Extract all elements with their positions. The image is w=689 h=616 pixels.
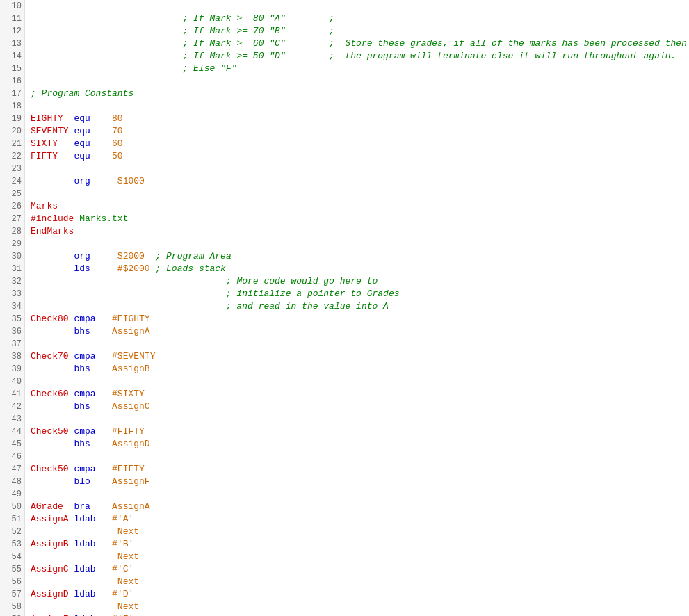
operand-token: #SIXTY bbox=[112, 388, 145, 400]
line-number: 57 bbox=[3, 588, 22, 601]
comment-token: ; Program Constants bbox=[31, 88, 133, 100]
code-line: #include Marks.txt bbox=[31, 213, 689, 225]
code-line: AssignD ldab #'D' bbox=[31, 588, 689, 601]
line-number: 19 bbox=[3, 113, 22, 125]
operand-token: #'F' bbox=[112, 613, 133, 616]
line-number: 51 bbox=[3, 513, 22, 526]
instruction-token: equ bbox=[74, 125, 90, 138]
label-token: Marks bbox=[31, 200, 58, 213]
plain-token bbox=[150, 263, 156, 275]
comment-token: ; Loads stack bbox=[155, 263, 225, 275]
label-token: SEVENTY bbox=[31, 125, 69, 138]
instruction-token: ldab bbox=[74, 513, 95, 526]
line-number: 24 bbox=[3, 175, 22, 188]
comment-token: ; Program Area bbox=[155, 250, 231, 263]
plain-token bbox=[31, 526, 74, 538]
operand-token: AssignD bbox=[112, 438, 150, 451]
plain-token bbox=[74, 526, 117, 538]
comment-token: ; initialize a pointer to Grades bbox=[226, 288, 400, 300]
line-number: 55 bbox=[3, 563, 22, 576]
plain-token bbox=[31, 601, 74, 613]
instruction-token: cmpa bbox=[74, 350, 95, 363]
instruction-token: ldab bbox=[74, 538, 95, 551]
line-number: 56 bbox=[3, 576, 22, 588]
line-number: 50 bbox=[3, 501, 22, 513]
line-number: 30 bbox=[3, 250, 22, 263]
operand-token: AssignF bbox=[112, 476, 150, 488]
code-line: AssignB ldab #'B' bbox=[31, 538, 689, 551]
plain-token bbox=[90, 263, 117, 275]
code-line bbox=[31, 488, 689, 501]
number-token: $2000 bbox=[117, 250, 145, 263]
line-number: 47 bbox=[3, 463, 22, 476]
code-line: Next bbox=[31, 576, 689, 588]
plain-token bbox=[69, 563, 74, 576]
line-number: 46 bbox=[3, 451, 22, 463]
line-number: 53 bbox=[3, 538, 22, 551]
code-area[interactable]: ; If Mark >= 80 "A" ; ; If Mark >= 70 "B… bbox=[25, 0, 689, 616]
instruction-token: org bbox=[74, 250, 90, 263]
code-line: AssignC ldab #'C' bbox=[31, 563, 689, 576]
operand-token: #'D' bbox=[112, 588, 133, 601]
label-token: Check50 bbox=[31, 425, 69, 438]
code-line: Marks bbox=[31, 200, 689, 213]
plain-token bbox=[74, 551, 117, 563]
line-number: 31 bbox=[3, 263, 22, 275]
line-number: 34 bbox=[3, 300, 22, 313]
instruction-token: equ bbox=[74, 150, 90, 163]
plain-token bbox=[31, 50, 182, 63]
plain-token bbox=[63, 501, 74, 513]
line-number: 40 bbox=[3, 375, 22, 388]
plain-token bbox=[90, 400, 112, 413]
plain-token bbox=[96, 613, 112, 616]
code-line: ; If Mark >= 80 "A" ; bbox=[31, 13, 689, 25]
code-line bbox=[31, 163, 689, 175]
code-line: SIXTY equ 60 bbox=[31, 138, 689, 150]
code-line: org $1000 bbox=[31, 175, 689, 188]
operand-token: AssignB bbox=[112, 363, 150, 375]
plain-token bbox=[69, 350, 74, 363]
plain-token bbox=[96, 425, 112, 438]
code-line bbox=[31, 338, 689, 350]
operand-token: #EIGHTY bbox=[112, 313, 150, 325]
line-number: 11 bbox=[3, 13, 22, 25]
instruction-token: cmpa bbox=[74, 425, 95, 438]
line-number: 21 bbox=[3, 138, 22, 150]
plain-token bbox=[31, 576, 74, 588]
code-line: Check50 cmpa #FIFTY bbox=[31, 463, 689, 476]
plain-token bbox=[74, 601, 117, 613]
label-token: Check50 bbox=[31, 463, 69, 476]
plain-token bbox=[69, 513, 74, 526]
code-line: lds #$2000 ; Loads stack bbox=[31, 263, 689, 275]
plain-token bbox=[31, 400, 74, 413]
plain-token bbox=[31, 275, 226, 288]
code-line: blo AssignF bbox=[31, 476, 689, 488]
code-line: bhs AssignD bbox=[31, 438, 689, 451]
code-line: ; initialize a pointer to Grades bbox=[31, 288, 689, 300]
code-line: bhs AssignC bbox=[31, 400, 689, 413]
label-token: EIGHTY bbox=[31, 113, 63, 125]
code-line: ; and read in the value into A bbox=[31, 300, 689, 313]
plain-token bbox=[31, 438, 74, 451]
line-number: 37 bbox=[3, 338, 22, 350]
label-token: AssignA bbox=[31, 513, 69, 526]
line-number: 59 bbox=[3, 613, 22, 616]
plain-token bbox=[69, 388, 74, 400]
line-number: 15 bbox=[3, 63, 22, 75]
line-number: 54 bbox=[3, 551, 22, 563]
code-line: bhs AssignA bbox=[31, 325, 689, 338]
line-number: 42 bbox=[3, 400, 22, 413]
line-numbers: 1011121314151617181920212223242526272829… bbox=[0, 0, 25, 616]
label-token: EndMarks bbox=[31, 225, 74, 238]
comment-token: ; More code would go here to bbox=[226, 275, 378, 288]
plain-token bbox=[31, 288, 226, 300]
operand-token: #'C' bbox=[112, 563, 133, 576]
code-line bbox=[31, 100, 689, 113]
instruction-token: bra bbox=[74, 501, 90, 513]
plain-token bbox=[96, 588, 112, 601]
code-line: AssignF ldab #'F' bbox=[31, 613, 689, 616]
line-number: 58 bbox=[3, 601, 22, 613]
code-line: bhs AssignB bbox=[31, 363, 689, 375]
line-number: 22 bbox=[3, 150, 22, 163]
line-number: 41 bbox=[3, 388, 22, 400]
